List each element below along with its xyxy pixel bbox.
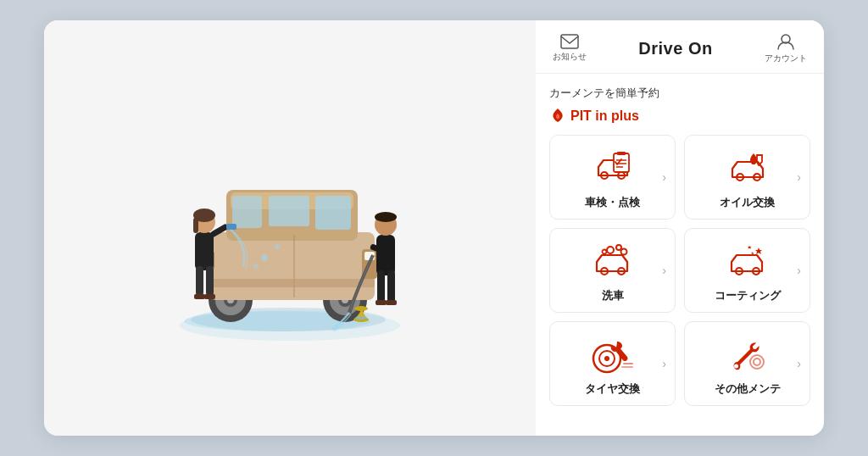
account-icon: [776, 32, 795, 51]
oil-label: オイル交換: [720, 195, 775, 210]
oil-icon: [724, 147, 771, 190]
svg-rect-33: [376, 235, 395, 275]
oil-chevron-icon: ›: [797, 170, 801, 184]
other-chevron-icon: ›: [797, 357, 801, 370]
main-card: お知らせ Drive On アカウント カーメンテを簡単予約: [44, 20, 824, 436]
pit-icon: [549, 108, 566, 125]
car-wash-illustration: [146, 101, 434, 355]
illustration-panel: [44, 20, 536, 436]
svg-rect-52: [617, 152, 626, 155]
svg-rect-16: [269, 196, 309, 226]
coating-icon: [724, 241, 771, 283]
service-card-other[interactable]: その他メンテ›: [684, 321, 810, 406]
section-title: カーメンテを簡単予約: [549, 86, 810, 101]
svg-rect-40: [386, 300, 397, 305]
wash-chevron-icon: ›: [662, 264, 666, 277]
svg-rect-30: [206, 266, 214, 296]
inspection-chevron-icon: ›: [662, 170, 666, 184]
pit-label-text: PIT in plus: [570, 108, 639, 124]
svg-point-46: [253, 264, 259, 269]
svg-rect-58: [752, 162, 755, 164]
svg-rect-20: [209, 279, 375, 287]
svg-point-63: [620, 249, 626, 255]
inspection-icon: [589, 147, 637, 190]
tyre-icon: [589, 334, 637, 376]
svg-point-45: [275, 244, 280, 249]
mail-icon: [560, 34, 579, 49]
svg-point-74: [754, 359, 760, 365]
app-header: お知らせ Drive On アカウント: [536, 20, 824, 74]
service-grid: 車検・点検› オイル交換› 洗車› コーティング›: [549, 135, 810, 406]
other-icon: [724, 334, 771, 376]
svg-rect-23: [195, 232, 214, 270]
svg-point-35: [375, 212, 397, 222]
tyre-chevron-icon: ›: [662, 357, 666, 370]
coating-label: コーティング: [715, 288, 781, 303]
svg-point-69: [604, 356, 609, 361]
svg-rect-26: [193, 218, 198, 233]
other-label: その他メンテ: [715, 381, 781, 397]
notification-label: お知らせ: [553, 51, 587, 63]
svg-point-43: [355, 316, 367, 320]
svg-rect-29: [196, 266, 203, 296]
account-label: アカウント: [765, 53, 807, 64]
svg-rect-14: [315, 196, 351, 230]
svg-rect-31: [194, 294, 205, 299]
svg-rect-11: [209, 232, 375, 300]
inspection-label: 車検・点検: [585, 195, 640, 210]
service-card-inspection[interactable]: 車検・点検›: [549, 135, 676, 220]
svg-point-64: [602, 250, 606, 254]
service-card-oil[interactable]: オイル交換›: [684, 135, 810, 220]
svg-point-44: [261, 254, 268, 261]
coating-chevron-icon: ›: [797, 264, 801, 277]
svg-rect-47: [561, 35, 578, 48]
svg-rect-15: [232, 196, 262, 228]
service-card-coating[interactable]: コーティング›: [684, 228, 810, 313]
svg-point-62: [616, 245, 621, 250]
pit-label-row: PIT in plus: [549, 108, 810, 125]
svg-point-41: [354, 306, 368, 311]
service-card-wash[interactable]: 洗車›: [549, 228, 676, 313]
svg-rect-39: [376, 300, 387, 305]
tyre-label: タイヤ交換: [585, 381, 640, 397]
app-panel: お知らせ Drive On アカウント カーメンテを簡単予約: [536, 20, 824, 436]
service-card-tyre[interactable]: タイヤ交換›: [549, 321, 676, 406]
app-title: Drive On: [638, 39, 712, 58]
svg-rect-37: [377, 270, 385, 303]
svg-rect-38: [387, 270, 395, 303]
wash-icon: [589, 241, 637, 283]
notification-button[interactable]: お知らせ: [553, 34, 587, 63]
wash-label: 洗車: [602, 288, 624, 303]
svg-point-72: [734, 364, 738, 369]
svg-point-73: [750, 355, 764, 369]
svg-point-61: [607, 247, 614, 253]
svg-rect-28: [226, 224, 236, 230]
svg-rect-32: [204, 294, 215, 299]
account-button[interactable]: アカウント: [765, 32, 807, 64]
app-content: カーメンテを簡単予約 PIT in plus 車検・点検›: [536, 74, 824, 436]
